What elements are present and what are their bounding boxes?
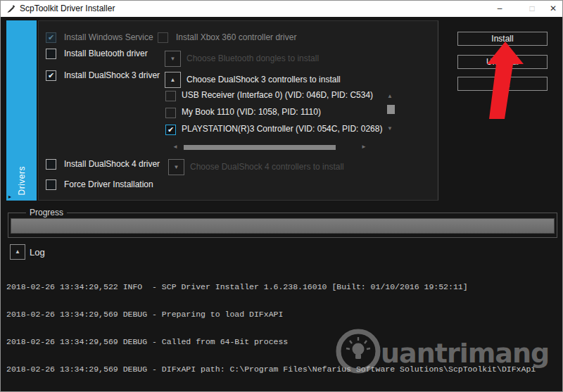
check-icon: ✔ bbox=[48, 33, 54, 42]
ds4-controllers-dropdown-label: Choose DualShock 4 controllers to instal… bbox=[190, 162, 344, 172]
chevron-up-icon: ▲ bbox=[170, 77, 176, 83]
windows-service-label: Install Windows Service bbox=[64, 32, 153, 43]
tab-expander-icon: ▸ bbox=[8, 194, 11, 200]
scroll-down-icon[interactable]: ▼ bbox=[387, 126, 393, 132]
uninstall-button[interactable]: Uninstall bbox=[457, 55, 548, 69]
bluetooth-dongles-dropdown-button[interactable]: ▼ bbox=[165, 51, 181, 67]
ds3-controllers-dropdown-label: Choose DualShock 3 controllers to instal… bbox=[186, 75, 341, 85]
app-icon bbox=[6, 4, 15, 13]
chevron-down-icon: ▼ bbox=[174, 164, 179, 170]
dualshock3-label: Install DualShock 3 driver bbox=[64, 70, 160, 81]
device-label-ps3-controller: PLAYSTATION(R)3 Controller (VID: 054C, P… bbox=[182, 124, 382, 134]
app-window: ScpToolkit Driver Installer – □ ✕ Driver… bbox=[0, 0, 563, 392]
install-button[interactable]: Install bbox=[457, 32, 548, 46]
progress-group-label: Progress bbox=[26, 208, 67, 217]
tab-drivers-label: Drivers bbox=[17, 166, 27, 196]
tab-drivers[interactable]: Drivers ▸ bbox=[6, 20, 37, 201]
ds3-controllers-dropdown-button[interactable]: ▲ bbox=[165, 72, 181, 88]
dualshock4-checkbox[interactable]: ✔ bbox=[46, 159, 56, 170]
windows-service-checkbox[interactable]: ✔ bbox=[46, 32, 56, 43]
title-bar: ScpToolkit Driver Installer – □ ✕ bbox=[1, 1, 562, 17]
bluetooth-label: Install Bluetooth driver bbox=[64, 49, 148, 59]
minimize-icon[interactable]: – bbox=[491, 1, 509, 16]
log-line: 2018-02-26 13:34:29,569 DEBUG - DIFxAPI … bbox=[6, 365, 563, 374]
xbox360-label: Install Xbox 360 controller driver bbox=[176, 32, 296, 43]
device-label-usb-receiver: USB Receiver (Interface 0) (VID: 046D, P… bbox=[182, 90, 373, 101]
dualshock4-label: Install DualShock 4 driver bbox=[64, 159, 160, 170]
device-checkbox-ps3-controller[interactable]: ✔ bbox=[165, 125, 176, 135]
chevron-down-icon: ▼ bbox=[170, 56, 176, 62]
window-title: ScpToolkit Driver Installer bbox=[20, 4, 115, 13]
device-checkbox-my-book[interactable]: ✔ bbox=[165, 108, 176, 118]
log-section-label: Log bbox=[30, 247, 45, 258]
maximize-icon[interactable]: □ bbox=[523, 1, 541, 16]
log-collapse-button[interactable]: ▲ bbox=[10, 244, 25, 260]
log-line: 2018-02-26 13:34:29,522 INFO - SCP Drive… bbox=[6, 282, 563, 291]
force-install-label: Force Driver Installation bbox=[64, 179, 153, 190]
drivers-panel: ✔ Install Windows Service ✔ Install Xbox… bbox=[38, 20, 438, 201]
ds4-controllers-dropdown-button[interactable]: ▼ bbox=[168, 159, 184, 175]
dualshock3-checkbox[interactable]: ✔ bbox=[46, 70, 56, 81]
scroll-right-icon[interactable]: ► bbox=[361, 144, 367, 150]
bluetooth-checkbox[interactable]: ✔ bbox=[46, 49, 56, 59]
scroll-left-icon[interactable]: ◄ bbox=[172, 144, 178, 150]
device-label-my-book: My Book 1110 (VID: 1058, PID: 1110) bbox=[182, 107, 321, 118]
bluetooth-dongles-dropdown-label: Choose Bluetooth dongles to install bbox=[186, 53, 319, 64]
vertical-scroll-thumb[interactable] bbox=[387, 105, 395, 114]
xbox360-checkbox[interactable]: ✔ bbox=[158, 32, 168, 43]
force-install-checkbox[interactable]: ✔ bbox=[46, 179, 56, 190]
log-line: 2018-02-26 13:34:29,569 DEBUG - Preparin… bbox=[6, 310, 563, 319]
check-icon: ✔ bbox=[48, 71, 54, 80]
log-output[interactable]: 2018-02-26 13:34:29,522 INFO - SCP Drive… bbox=[6, 264, 563, 392]
close-icon[interactable]: ✕ bbox=[544, 1, 562, 16]
progress-bar bbox=[11, 218, 555, 234]
exit-button[interactable]: Exit bbox=[457, 77, 548, 91]
log-line: 2018-02-26 13:34:29,569 DEBUG - Called f… bbox=[6, 337, 563, 346]
check-icon: ✔ bbox=[167, 125, 174, 134]
horizontal-scroll-thumb[interactable] bbox=[184, 145, 336, 150]
scroll-up-icon[interactable]: ▲ bbox=[387, 94, 393, 99]
chevron-up-icon: ▲ bbox=[15, 248, 20, 255]
device-checkbox-usb-receiver[interactable]: ✔ bbox=[165, 91, 176, 101]
